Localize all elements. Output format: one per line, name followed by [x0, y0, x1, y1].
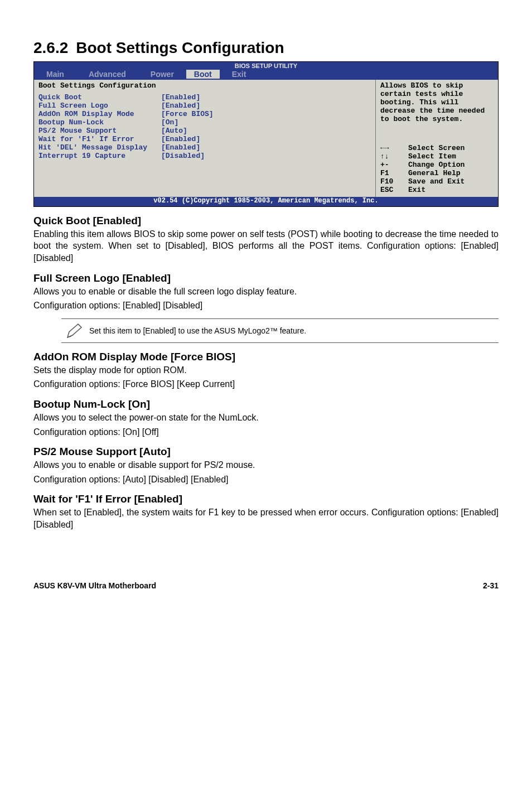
- option-title: Quick Boot [Enabled]: [33, 215, 499, 227]
- bios-setting-value: [Auto]: [161, 127, 187, 136]
- bios-setting-row: Interrupt 19 Capture[Disabled]: [38, 152, 371, 161]
- footer-left: ASUS K8V-VM Ultra Motherboard: [33, 581, 156, 590]
- page-footer: ASUS K8V-VM Ultra Motherboard 2-31: [33, 581, 499, 590]
- option-title: AddOn ROM Display Mode [Force BIOS]: [33, 351, 499, 363]
- bios-nav-row: F10Save and Exit: [380, 178, 494, 186]
- option-title: Wait for 'F1' If Error [Enabled]: [33, 493, 499, 505]
- footer-right: 2-31: [483, 581, 499, 590]
- option-paragraph: Configuration options: [Auto] [Disabled]…: [33, 474, 499, 486]
- bios-nav-action: Exit: [408, 186, 425, 195]
- bios-menu-item: Main: [34, 70, 76, 79]
- bios-setting-label: AddOn ROM Display Mode: [38, 110, 161, 119]
- bios-nav-key: F1: [380, 170, 408, 178]
- pencil-icon: [61, 322, 89, 339]
- bios-nav-key: +-: [380, 161, 408, 170]
- bios-setup-title-icon: BIOS SETUP UTILITY: [210, 62, 322, 70]
- bios-setting-label: Full Screen Logo: [38, 102, 161, 110]
- bios-body: Boot Settings Configuration Quick Boot[E…: [34, 80, 498, 197]
- bios-setting-label: Bootup Num-Lock: [38, 119, 161, 127]
- bios-nav-action: Save and Exit: [408, 178, 465, 186]
- option-title: PS/2 Mouse Support [Auto]: [33, 446, 499, 458]
- bios-menu-item: Boot: [186, 70, 220, 79]
- bios-nav-row: ESCExit: [380, 186, 494, 195]
- option-title: Full Screen Logo [Enabled]: [33, 272, 499, 284]
- option-paragraph: When set to [Enabled], the system waits …: [33, 506, 499, 530]
- option-paragraph: Configuration options: [Enabled] [Disabl…: [33, 299, 499, 312]
- bios-setting-row: Quick Boot[Enabled]: [38, 94, 371, 102]
- bios-right-panel: Allows BIOS to skip certain tests while …: [375, 80, 498, 197]
- option-paragraph: Configuration options: [On] [Off]: [33, 426, 499, 438]
- bios-setting-label: PS/2 Mouse Support: [38, 127, 161, 136]
- bios-nav-row: F1General Help: [380, 170, 494, 178]
- bios-setting-row: Bootup Num-Lock[On]: [38, 119, 371, 127]
- option-paragraph: Sets the display mode for option ROM.: [33, 364, 499, 376]
- bios-menu-item: Exit: [220, 70, 259, 79]
- bios-setting-label: Hit 'DEL' Message Display: [38, 144, 161, 152]
- bios-nav-row: ↑↓Select Item: [380, 153, 494, 161]
- bios-nav-action: General Help: [408, 170, 461, 178]
- section-title: Boot Settings Configuration: [76, 39, 284, 56]
- section-number: 2.6.2: [33, 39, 68, 56]
- bios-panel-heading: Boot Settings Configuration: [38, 82, 371, 90]
- bios-setting-value: [Disabled]: [161, 152, 205, 161]
- bios-nav-action: Select Screen: [408, 144, 465, 153]
- note-text: Set this item to [Enabled] to use the AS…: [89, 326, 306, 335]
- bios-left-panel: Boot Settings Configuration Quick Boot[E…: [34, 80, 375, 197]
- bios-setting-value: [Enabled]: [161, 94, 200, 102]
- bios-setting-row: Full Screen Logo[Enabled]: [38, 102, 371, 110]
- bios-setting-label: Wait for 'F1' If Error: [38, 136, 161, 144]
- bios-setting-label: Quick Boot: [38, 94, 161, 102]
- bios-nav-key: ↑↓: [380, 153, 408, 161]
- option-title: Bootup Num-Lock [On]: [33, 398, 499, 410]
- bios-screenshot: BIOS SETUP UTILITY MainAdvancedPowerBoot…: [33, 61, 499, 207]
- bios-setting-value: [Enabled]: [161, 102, 200, 110]
- section-heading: 2.6.2Boot Settings Configuration: [33, 39, 499, 57]
- option-paragraph: Configuration options: [Force BIOS] [Kee…: [33, 378, 499, 390]
- bios-nav-action: Select Item: [408, 153, 456, 161]
- bios-nav-row: +-Change Option: [380, 161, 494, 170]
- bios-menu-item: Power: [138, 70, 186, 79]
- bios-setting-row: AddOn ROM Display Mode[Force BIOS]: [38, 110, 371, 119]
- bios-header: BIOS SETUP UTILITY MainAdvancedPowerBoot…: [34, 62, 498, 80]
- bios-setting-value: [Force BIOS]: [161, 110, 214, 119]
- bios-nav-row: ←→Select Screen: [380, 144, 494, 153]
- bios-nav-key: F10: [380, 178, 408, 186]
- bios-nav-block: ←→Select Screen↑↓Select Item+-Change Opt…: [380, 139, 494, 195]
- bios-menu-item: Advanced: [76, 70, 138, 79]
- bios-nav-key: ←→: [380, 144, 408, 153]
- bios-nav-key: ESC: [380, 186, 408, 195]
- svg-text:BIOS SETUP UTILITY: BIOS SETUP UTILITY: [235, 62, 298, 69]
- bios-setting-value: [On]: [161, 119, 178, 127]
- bios-menu-bar: MainAdvancedPowerBootExit: [34, 70, 498, 79]
- option-paragraph: Allows you to select the power-on state …: [33, 412, 499, 424]
- bios-setting-row: Wait for 'F1' If Error[Enabled]: [38, 136, 371, 144]
- bios-help-text: Allows BIOS to skip certain tests while …: [380, 82, 494, 124]
- bios-setting-row: PS/2 Mouse Support[Auto]: [38, 127, 371, 136]
- option-paragraph: Enabling this item allows BIOS to skip s…: [33, 228, 499, 264]
- bios-setting-row: Hit 'DEL' Message Display[Enabled]: [38, 144, 371, 152]
- option-paragraph: Allows you to enable or disable support …: [33, 459, 499, 471]
- bios-setting-value: [Enabled]: [161, 136, 200, 144]
- bios-setting-value: [Enabled]: [161, 144, 200, 152]
- bios-setting-label: Interrupt 19 Capture: [38, 152, 161, 161]
- note-block: Set this item to [Enabled] to use the AS…: [61, 318, 499, 343]
- bios-nav-action: Change Option: [408, 161, 465, 170]
- option-paragraph: Allows you to enable or disable the full…: [33, 286, 499, 298]
- bios-footer: v02.54 (C)Copyright 1985-2003, American …: [34, 197, 498, 206]
